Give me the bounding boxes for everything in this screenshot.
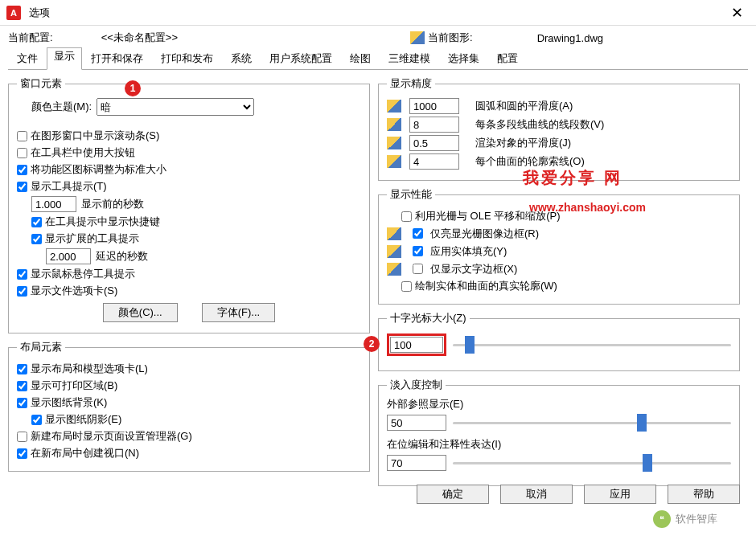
tab-bar: 文件 显示 打开和保存 打印和发布 系统 用户系统配置 绘图 三维建模 选择集 … xyxy=(8,47,748,70)
page-setup-label: 新建布局时显示页面设置管理器(G) xyxy=(31,429,192,444)
text-frame-label: 仅显示文字边框(X) xyxy=(430,262,517,276)
crosshair-slider[interactable] xyxy=(453,344,731,346)
app-icon: A xyxy=(6,6,21,20)
help-button[interactable]: 帮助 xyxy=(668,485,740,504)
printable-check[interactable] xyxy=(17,381,27,391)
crosshair-input[interactable] xyxy=(390,337,443,353)
close-button[interactable]: ✕ xyxy=(725,4,750,22)
tooltip-ext-delay-input[interactable] xyxy=(46,248,91,264)
pan-zoom-check[interactable] xyxy=(401,211,412,222)
filetabs-label: 显示文件选项卡(S) xyxy=(31,284,117,298)
tab-display[interactable]: 显示 xyxy=(47,47,82,70)
filetabs-check[interactable] xyxy=(17,286,27,297)
acad-icon xyxy=(387,155,401,168)
acad-icon xyxy=(387,227,401,240)
arc-smooth-input[interactable] xyxy=(409,98,459,114)
tooltip-delay-input[interactable] xyxy=(31,196,76,212)
xref-fade-input[interactable] xyxy=(387,415,446,431)
tooltip-shortcut-label: 在工具提示中显示快捷键 xyxy=(45,215,160,229)
acad-icon xyxy=(387,263,401,276)
scrollbars-check[interactable] xyxy=(17,131,27,141)
tab-plot[interactable]: 打印和发布 xyxy=(152,47,222,70)
display-resolution-group: 显示精度 圆弧和圆的平滑度(A) 每条多段线曲线的线段数(V) 渲染对象的平滑度… xyxy=(378,76,740,181)
tooltip-shortcut-check[interactable] xyxy=(31,217,42,227)
solid-fill-label: 应用实体填充(Y) xyxy=(430,244,507,259)
badge-2: 2 xyxy=(364,336,380,352)
color-theme-label: 颜色主题(M): xyxy=(31,100,92,114)
profile-label: 当前配置: xyxy=(8,31,53,45)
profile-value: <<未命名配置>> xyxy=(101,31,178,45)
acad-icon xyxy=(387,100,401,113)
solid-fill-check[interactable] xyxy=(413,246,423,256)
apply-button[interactable]: 应用 xyxy=(584,485,656,504)
resize-ribbon-check[interactable] xyxy=(17,165,27,175)
xref-fade-slider[interactable] xyxy=(453,422,731,424)
tooltips-check[interactable] xyxy=(17,182,27,192)
watermark-bottom: ❝ 软件智库 xyxy=(653,510,717,528)
render-smooth-label: 渲染对象的平滑度(J) xyxy=(475,136,571,150)
inplace-fade-label: 在位编辑和注释性表达(I) xyxy=(387,437,731,452)
drawing-icon xyxy=(410,31,425,44)
surf-input[interactable] xyxy=(409,153,459,170)
seg-input[interactable] xyxy=(409,117,459,133)
slider-thumb[interactable] xyxy=(637,414,647,432)
cancel-button[interactable]: 取消 xyxy=(500,485,573,504)
silhouette-label: 绘制实体和曲面的真实轮廓(W) xyxy=(415,279,557,293)
tab-files[interactable]: 文件 xyxy=(8,47,47,70)
seg-label: 每条多段线曲线的线段数(V) xyxy=(475,117,604,132)
fade-control-group: 淡入度控制 外部参照显示(E) 在位编辑和注释性表达(I) xyxy=(378,378,740,486)
viewport-check[interactable] xyxy=(17,448,27,459)
highlight-label: 仅亮显光栅图像边框(R) xyxy=(430,227,539,241)
large-buttons-check[interactable] xyxy=(17,148,27,158)
tab-drafting[interactable]: 绘图 xyxy=(341,47,380,70)
pan-zoom-label: 利用光栅与 OLE 平移和缩放(P) xyxy=(415,209,561,223)
color-theme-select[interactable]: 暗 xyxy=(97,98,254,116)
drawing-label: 当前图形: xyxy=(428,31,473,45)
render-smooth-input[interactable] xyxy=(409,135,459,151)
window-elements-group: 窗口元素 颜色主题(M): 暗 在图形窗口中显示滚动条(S) 在工具栏中使用大按… xyxy=(8,76,370,333)
wechat-icon: ❝ xyxy=(653,510,671,528)
highlight-check[interactable] xyxy=(413,228,423,239)
text-frame-check[interactable] xyxy=(413,264,423,274)
resize-ribbon-label: 将功能区图标调整为标准大小 xyxy=(31,162,166,177)
display-performance-group: 显示性能 利用光栅与 OLE 平移和缩放(P) 仅亮显光栅图像边框(R) 应用实… xyxy=(378,187,740,305)
tab-3d[interactable]: 三维建模 xyxy=(380,47,439,70)
silhouette-check[interactable] xyxy=(401,281,412,292)
page-setup-check[interactable] xyxy=(17,432,27,442)
acad-icon xyxy=(387,137,401,149)
tooltip-ext-label: 显示扩展的工具提示 xyxy=(45,231,139,246)
fade-control-legend: 淡入度控制 xyxy=(387,378,446,392)
acad-icon xyxy=(387,118,401,131)
inplace-fade-slider[interactable] xyxy=(453,462,731,464)
acad-icon xyxy=(387,245,401,258)
paper-bg-check[interactable] xyxy=(17,398,27,408)
ok-button[interactable]: 确定 xyxy=(417,485,489,504)
rollover-check[interactable] xyxy=(17,269,27,280)
window-title: 选项 xyxy=(29,6,725,20)
display-resolution-legend: 显示精度 xyxy=(387,76,435,91)
viewport-label: 在新布局中创建视口(N) xyxy=(31,446,139,460)
tab-profiles[interactable]: 配置 xyxy=(488,47,527,70)
surf-label: 每个曲面的轮廓索线(O) xyxy=(475,154,585,169)
slider-thumb[interactable] xyxy=(465,336,475,354)
fonts-button[interactable]: 字体(F)... xyxy=(202,303,275,322)
tab-system[interactable]: 系统 xyxy=(222,47,261,70)
layout-elements-group: 布局元素 显示布局和模型选项卡(L) 显示可打印区域(B) 显示图纸背景(K) … xyxy=(8,340,370,472)
tab-open-save[interactable]: 打开和保存 xyxy=(82,47,152,70)
slider-thumb[interactable] xyxy=(643,454,652,472)
paper-bg-label: 显示图纸背景(K) xyxy=(31,395,107,410)
tab-user-prefs[interactable]: 用户系统配置 xyxy=(261,47,341,70)
xref-fade-label: 外部参照显示(E) xyxy=(387,397,731,411)
window-elements-legend: 窗口元素 xyxy=(17,76,65,91)
badge-1: 1 xyxy=(125,80,141,96)
layout-tabs-check[interactable] xyxy=(17,364,27,374)
inplace-fade-input[interactable] xyxy=(387,455,446,471)
crosshair-group: 十字光标大小(Z) xyxy=(378,311,740,371)
colors-button[interactable]: 颜色(C)... xyxy=(103,303,178,322)
tooltip-ext-check[interactable] xyxy=(31,234,42,244)
tooltip-ext-delay-label: 延迟的秒数 xyxy=(96,249,148,264)
tab-selection[interactable]: 选择集 xyxy=(439,47,488,70)
crosshair-legend: 十字光标大小(Z) xyxy=(387,311,470,325)
tooltip-delay-label: 显示前的秒数 xyxy=(81,197,144,211)
paper-shadow-check[interactable] xyxy=(31,415,42,425)
